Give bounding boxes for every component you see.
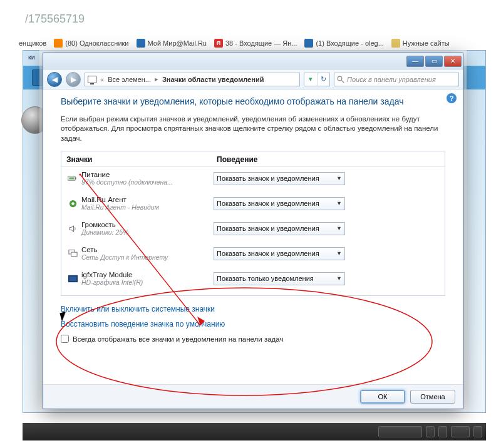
icon-status: Mail.Ru Агент - Невидим [81, 203, 214, 211]
chevron-down-icon: ▼ [336, 175, 342, 181]
bookmark-item[interactable]: (80) Одноклассники [54, 39, 128, 48]
mail-icon [304, 39, 313, 48]
dialog-footer: ОК Отмена [43, 384, 463, 409]
svg-point-0 [338, 76, 342, 81]
explorer-navbar: ◀ ▶ « Все элемен... ▸ Значки области уве… [43, 69, 463, 89]
help-button[interactable]: ? [447, 93, 457, 103]
always-show-label: Всегда отображать все значки и уведомлен… [73, 335, 283, 343]
svg-point-6 [71, 202, 75, 205]
window-titlebar[interactable]: — ▭ ✕ [43, 53, 463, 69]
search-icon [337, 76, 344, 83]
breadcrumb-item[interactable]: Все элемен... [108, 76, 151, 83]
forward-icon: ▶ [71, 75, 76, 84]
breadcrumb-item-current[interactable]: Значки области уведомлений [162, 76, 264, 83]
behavior-dropdown[interactable]: Показать значок и уведомления▼ [214, 247, 345, 260]
folder-icon [391, 39, 400, 48]
address-bar[interactable]: « Все элемен... ▸ Значки области уведомл… [85, 73, 300, 86]
icon-status: HD-графика Intel(R) [81, 278, 214, 286]
svg-rect-8 [71, 252, 76, 257]
chevron-down-icon: ▼ [336, 275, 342, 282]
column-header-icons: Значки [66, 155, 217, 164]
svg-line-1 [342, 80, 344, 83]
control-panel-window: — ▭ ✕ ◀ ▶ « Все элемен... ▸ Значки облас… [43, 53, 463, 409]
tab-fragment: ки [28, 53, 35, 61]
table-row: Сеть Сеть Доступ к Интернету Показать зн… [61, 242, 445, 267]
bookmark-item[interactable]: Мой Мир@Mail.Ru [137, 39, 207, 48]
bookmark-item[interactable]: Я38 - Входящие — Ян... [214, 39, 297, 48]
chevron-down-icon: ▼ [336, 200, 342, 206]
mailru-agent-icon [66, 197, 79, 210]
svg-rect-10 [69, 276, 76, 281]
minimize-button[interactable]: — [406, 56, 424, 67]
toggle-system-icons-link[interactable]: Включить или выключить системные значки [61, 305, 445, 313]
table-row: Громкость Динамики: 25% Показать значок … [61, 217, 445, 242]
behavior-dropdown[interactable]: Показать значок и уведомления▼ [214, 197, 345, 210]
icon-name: Питание [81, 171, 214, 178]
icon-status: Сеть Доступ к Интернету [81, 253, 214, 261]
refresh-icon: ↻ [321, 75, 326, 83]
maximize-button[interactable]: ▭ [425, 56, 443, 67]
icons-table: Значки Поведение Питание 97% доступно (п… [61, 151, 445, 296]
table-row: Питание 97% доступно (подключена... Пока… [61, 167, 445, 192]
bookmark-item[interactable]: Нужные сайты [391, 39, 450, 48]
back-button[interactable]: ◀ [47, 72, 62, 87]
icon-status: 97% доступно (подключена... [81, 178, 214, 186]
always-show-checkbox[interactable] [61, 335, 69, 343]
page-description: Если выбран режим скрытия значков и увед… [61, 115, 445, 144]
behavior-dropdown[interactable]: Показать только уведомления▼ [214, 272, 345, 285]
intel-graphics-icon [66, 272, 79, 285]
icon-name: igfxTray Module [81, 271, 214, 278]
yandex-icon: Я [214, 39, 223, 48]
chevron-down-icon: ▼ [336, 250, 342, 257]
column-header-behavior: Поведение [217, 155, 257, 164]
control-panel-icon [88, 76, 96, 83]
address-dropdown-button[interactable]: ▾ [304, 73, 317, 86]
ok-button[interactable]: ОК [360, 390, 405, 404]
bookmarks-bar: енщиков (80) Одноклассники Мой Мир@Mail.… [19, 36, 495, 50]
forward-button[interactable]: ▶ [66, 72, 81, 87]
restore-default-behavior-link[interactable]: Восстановить поведение значка по умолчан… [61, 320, 445, 328]
volume-icon [66, 222, 79, 235]
svg-rect-4 [69, 178, 74, 180]
close-button[interactable]: ✕ [444, 56, 462, 67]
cancel-button[interactable]: Отмена [410, 390, 455, 404]
icon-name: Mail.Ru Агент [81, 196, 214, 203]
icon-status: Динамики: 25% [81, 228, 214, 236]
refresh-button[interactable]: ↻ [317, 73, 329, 86]
help-icon: ? [450, 94, 454, 102]
bookmark-item[interactable]: (1) Входящие - oleg... [304, 39, 383, 48]
behavior-dropdown[interactable]: Показать значок и уведомления▼ [214, 222, 345, 235]
taskbar [23, 423, 486, 440]
chevron-down-icon: ▼ [336, 225, 342, 232]
icon-name: Сеть [81, 246, 214, 253]
table-row: Mail.Ru Агент Mail.Ru Агент - Невидим По… [61, 192, 445, 217]
chevron-down-icon: ▾ [309, 75, 312, 83]
network-icon [66, 247, 79, 260]
page-title: Выберите значки и уведомления, которые н… [61, 96, 445, 108]
icon-name: Громкость [81, 221, 214, 228]
search-input[interactable]: Поиск в панели управления [334, 73, 459, 86]
svg-rect-3 [75, 178, 76, 180]
background-url-fragment: /175565719 [25, 13, 85, 26]
bookmark-item[interactable]: енщиков [19, 39, 46, 47]
odnoklassniki-icon [54, 39, 63, 48]
mailru-icon [137, 39, 145, 48]
behavior-dropdown[interactable]: Показать значок и уведомления▼ [214, 172, 345, 185]
battery-icon [66, 172, 79, 185]
table-row: igfxTray Module HD-графика Intel(R) Пока… [61, 267, 445, 292]
back-icon: ◀ [52, 75, 58, 84]
